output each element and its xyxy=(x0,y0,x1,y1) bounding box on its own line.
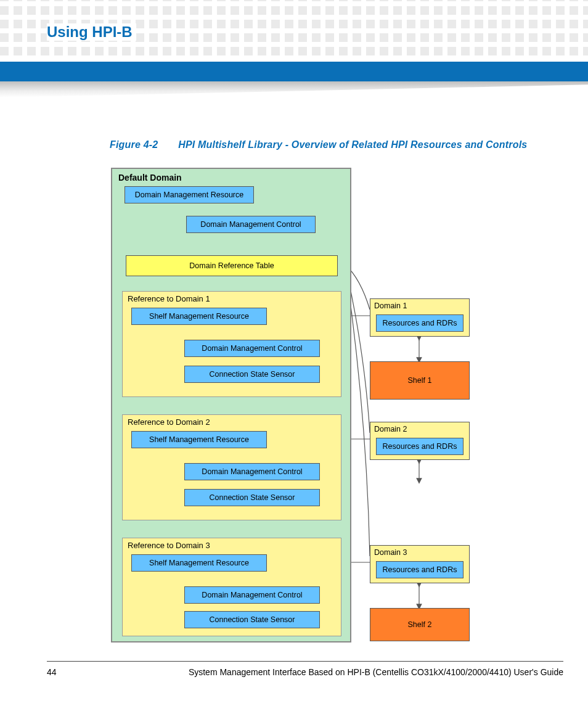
page-number: 44 xyxy=(47,667,57,677)
header-blue-bar xyxy=(0,62,588,81)
footer-rule xyxy=(47,661,563,662)
ref2-css: Connection State Sensor xyxy=(184,489,320,506)
reference-domain-1: Reference to Domain 1 Shelf Management R… xyxy=(122,291,341,397)
ref2-dmc: Domain Management Control xyxy=(184,463,320,480)
shelf-2-box: Shelf 2 xyxy=(370,608,470,641)
shelf-1-box: Shelf 1 xyxy=(370,361,470,400)
domain-3-title: Domain 3 xyxy=(374,548,407,557)
default-domain-container: Default Domain Domain Management Resourc… xyxy=(111,168,351,642)
figure-caption: Figure 4-2 HPI Multishelf Library - Over… xyxy=(110,139,527,150)
footer-text: System Management Interface Based on HPI… xyxy=(107,667,563,677)
ref3-css: Connection State Sensor xyxy=(184,611,320,628)
ref3-smr: Shelf Management Resource xyxy=(131,554,267,572)
diagram: Default Domain Domain Management Resourc… xyxy=(111,168,518,642)
ref3-title: Reference to Domain 3 xyxy=(128,541,210,550)
domain-2-content: Resources and RDRs xyxy=(376,438,463,455)
figure-label: Figure 4-2 xyxy=(110,139,158,150)
ref1-smr: Shelf Management Resource xyxy=(131,308,267,325)
domain-2-title: Domain 2 xyxy=(374,425,407,433)
domain-3-content: Resources and RDRs xyxy=(376,561,463,578)
reference-domain-2: Reference to Domain 2 Shelf Management R… xyxy=(122,414,341,520)
domain-mgmt-resource-box: Domain Management Resource xyxy=(125,186,254,203)
ref1-title: Reference to Domain 1 xyxy=(128,294,210,303)
ref3-dmc: Domain Management Control xyxy=(184,586,320,604)
header-grey-wedge xyxy=(0,81,588,97)
ref2-smr: Shelf Management Resource xyxy=(131,431,267,448)
figure-caption-text: HPI Multishelf Library - Overview of Rel… xyxy=(178,139,527,150)
domain-1-title: Domain 1 xyxy=(374,302,407,310)
ref1-dmc: Domain Management Control xyxy=(184,340,320,357)
ref2-title: Reference to Domain 2 xyxy=(128,417,210,427)
page-title: Using HPI-B xyxy=(47,23,136,41)
domain-mgmt-control-box: Domain Management Control xyxy=(186,216,316,233)
default-domain-title: Default Domain xyxy=(118,173,182,183)
domain-reference-table-box: Domain Reference Table xyxy=(126,255,338,276)
domain-1-content: Resources and RDRs xyxy=(376,314,463,332)
reference-domain-3: Reference to Domain 3 Shelf Management R… xyxy=(122,538,341,636)
ref1-css: Connection State Sensor xyxy=(184,366,320,383)
